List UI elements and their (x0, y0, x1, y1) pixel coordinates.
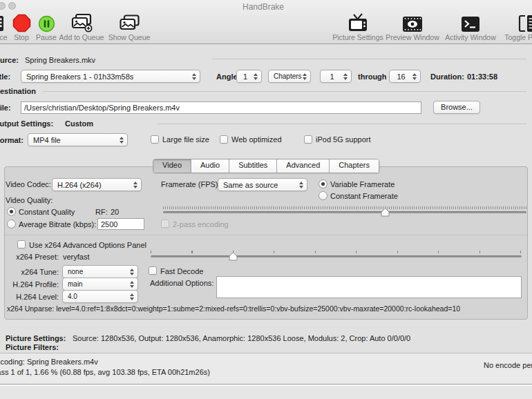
title-popup[interactable]: Spring Breakers 1 - 01h33m58s (21, 70, 200, 83)
popup-chevrons-icon (120, 137, 127, 144)
window-title: HandBrake (0, 2, 526, 12)
h264-profile-label: H.264 Profile: (0, 280, 59, 289)
toggle-presets-icon (518, 13, 532, 32)
pause-icon (38, 13, 55, 32)
chapter-start-stepper[interactable]: 1 (320, 70, 352, 83)
title-label: Title: (0, 72, 10, 81)
h264-level-popup[interactable]: 4.0 (62, 290, 138, 303)
constant-quality-radio[interactable] (7, 207, 16, 216)
picture-settings-label: Picture Settings: (6, 334, 66, 342)
toolbar-label: Picture Settings (332, 33, 383, 41)
variable-framerate-radio[interactable] (319, 179, 327, 188)
format-popup[interactable]: MP4 file (28, 133, 128, 146)
average-bitrate-input[interactable] (97, 218, 144, 230)
toolbar-label: Stop (14, 33, 29, 41)
destination-header: Destination (0, 87, 36, 95)
toolbar-add-to-queue-button[interactable]: Add to Queue (57, 13, 106, 41)
additional-options-label: Additional Options: (150, 279, 213, 287)
toolbar-label: Add to Queue (59, 33, 104, 41)
preset-slider-thumb[interactable] (229, 252, 238, 261)
encoding-status-text: Encoding: Spring Breakers.m4v (0, 358, 98, 366)
browse-button[interactable]: Browse... (433, 101, 480, 114)
tab-advanced[interactable]: Advanced (277, 159, 330, 173)
popup-chevrons-icon (192, 73, 200, 80)
chapter-end-stepper[interactable]: 16 (389, 70, 421, 83)
preset-slider-ticks (151, 251, 522, 253)
stepper-chevrons-icon (412, 73, 420, 80)
show-queue-icon (119, 13, 140, 32)
picture-settings-value: Source: 1280x536, Output: 1280x536, Anam… (73, 334, 410, 342)
source-label: Source: (0, 56, 19, 64)
source-value: Spring Breakers.mkv (25, 56, 95, 64)
constant-framerate-radio[interactable] (319, 191, 327, 200)
stepper-chevrons-icon (254, 73, 261, 80)
x264-preset-value: veryfast (63, 253, 90, 261)
constant-quality-label: Constant Quality (19, 208, 75, 216)
h264-profile-popup[interactable]: main (62, 278, 138, 291)
x264-panel-label: Use x264 Advanced Options Panel (29, 241, 146, 249)
framerate-label: Framerate (FPS): (161, 180, 220, 188)
destination-divider (43, 91, 526, 92)
x264-tune-label: x264 Tune: (0, 268, 59, 276)
add-to-queue-icon (70, 13, 93, 32)
large-file-label: Large file size (162, 135, 209, 144)
tab-chapters[interactable]: Chapters (330, 159, 379, 173)
encoding-progress-text: Pass 1 of 1, 1.66 % (60.88 fps, avg 103.… (0, 368, 210, 376)
duration-label: Duration: (430, 72, 464, 81)
toolbar-show-queue-button[interactable]: Show Queue (108, 13, 151, 41)
x264-panel-checkbox[interactable] (17, 240, 26, 249)
window-chrome: HandBrake Source Stop Pause Add to Queue (0, 0, 532, 44)
x264-tune-popup[interactable]: none (62, 265, 138, 278)
popup-chevrons-icon (130, 269, 137, 275)
toolbar-toggle-presets-button[interactable]: Toggle Presets (501, 13, 532, 41)
two-pass-checkbox[interactable] (161, 220, 169, 228)
web-optimized-checkbox[interactable] (220, 135, 228, 144)
quality-slider-ticks (163, 206, 526, 209)
quality-slider-track (163, 211, 526, 213)
stop-icon (12, 13, 31, 32)
variable-framerate-label: Variable Framerate (330, 180, 395, 188)
range-type-popup[interactable]: Chapters (268, 70, 311, 83)
fast-decode-checkbox[interactable] (149, 266, 157, 275)
ipod-support-checkbox[interactable] (304, 135, 312, 144)
tab-subtitles[interactable]: Subtitles (229, 159, 277, 173)
toolbar-label: Activity Window (445, 33, 496, 41)
activity-window-icon (461, 13, 480, 32)
bottom-empty-area (0, 386, 532, 399)
x264-preset-label: x264 Preset: (0, 253, 59, 261)
quality-section-divider (5, 235, 527, 235)
popup-chevrons-icon (133, 182, 141, 188)
handbrake-window: HandBrake Source Stop Pause Add to Queue (0, 0, 532, 399)
video-quality-label: Video Quality: (6, 196, 53, 204)
format-label: Format: (0, 136, 23, 144)
angle-stepper[interactable]: 1 (236, 70, 262, 83)
quality-slider-thumb[interactable] (381, 208, 390, 217)
through-label: through (358, 72, 387, 81)
destination-file-input[interactable] (21, 101, 421, 114)
toolbar-label: Show Queue (108, 33, 151, 41)
tab-video[interactable]: Video (153, 159, 191, 173)
web-optimized-label: Web optimized (231, 135, 282, 144)
duration-value: 01:33:58 (467, 72, 497, 81)
toolbar-preview-window-button[interactable]: Preview Window (385, 13, 440, 41)
additional-options-input[interactable] (216, 276, 522, 298)
toolbar-label: Preview Window (386, 33, 439, 41)
video-codec-popup[interactable]: H.264 (x264) (52, 178, 142, 191)
file-label: File: (0, 104, 11, 112)
x264-unparse-text: x264 Unparse: level=4.0:ref=1:8x8dct=0:w… (7, 304, 460, 313)
toolbar-picture-settings-button[interactable]: Picture Settings (330, 13, 386, 41)
preview-window-icon (402, 13, 423, 32)
two-pass-label: 2-pass encoding (173, 220, 229, 228)
preset-slider-track (151, 255, 522, 257)
large-file-checkbox[interactable] (151, 135, 159, 144)
video-codec-label: Video Codec: (6, 180, 51, 188)
status-bar: Encoding: Spring Breakers.m4v No encode … (0, 353, 532, 385)
framerate-popup[interactable]: Same as source (218, 178, 307, 191)
output-settings-divider (157, 124, 526, 124)
tab-audio[interactable]: Audio (191, 159, 229, 173)
popup-chevrons-icon (299, 182, 307, 188)
rf-label: RF: (95, 208, 108, 216)
toolbar-activity-window-button[interactable]: Activity Window (443, 13, 498, 41)
stepper-chevrons-icon (343, 73, 351, 80)
average-bitrate-radio[interactable] (7, 220, 16, 228)
